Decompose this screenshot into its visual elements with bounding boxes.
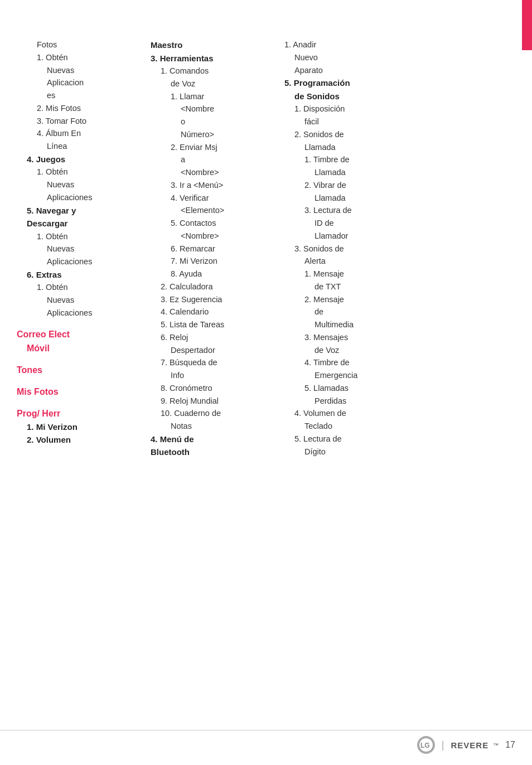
list-item: Móvil [17, 342, 139, 355]
list-item: fácil [284, 116, 413, 128]
list-item: Prog/ Herr [17, 407, 139, 420]
list-item: Perdidas [284, 395, 413, 408]
list-item: Descargar [17, 217, 139, 230]
list-item: de Sonidos [284, 90, 413, 103]
list-item: <Nombre> [151, 167, 273, 179]
list-item: Fotos [17, 39, 139, 51]
list-item: 9. Reloj Mundial [151, 395, 273, 408]
list-item: 4. Volumen de [284, 408, 413, 420]
list-item: Multimedia [284, 319, 413, 331]
list-item: Despertador [151, 345, 273, 357]
list-item: Maestro [151, 39, 273, 52]
list-item: de Voz [284, 345, 413, 357]
list-item: de TXT [284, 281, 413, 293]
list-item: 5. Lista de Tareas [151, 319, 273, 331]
list-item: 3. Mensajes [284, 332, 413, 344]
list-item: Llamada [284, 192, 413, 205]
list-item: <Elemento> [151, 205, 273, 217]
spacer [17, 377, 139, 385]
svg-text:LG: LG [420, 742, 430, 749]
list-item: Info [151, 370, 273, 382]
list-item: 3. Lectura de [284, 205, 413, 217]
list-item: 5. Navegar y [17, 205, 139, 217]
list-item: de [284, 306, 413, 318]
list-item: 1. Mi Verizon [17, 421, 139, 434]
list-item: <Nombre [151, 103, 273, 115]
list-item: Aplicacion [17, 77, 139, 89]
list-item: 3. Sonidos de [284, 243, 413, 255]
list-item: 6. Extras [17, 269, 139, 282]
separator: | [442, 739, 444, 751]
list-item: 6. Reloj [151, 332, 273, 344]
list-item: Alerta [284, 255, 413, 268]
list-item: 4. Calendario [151, 306, 273, 318]
list-item: 5. Llamadas [284, 382, 413, 395]
list-item: a [151, 154, 273, 166]
column-2: Maestro3. Herramientas1. Comandosde Voz1… [151, 39, 273, 459]
list-item: 6. Remarcar [151, 243, 273, 255]
list-item: Línea [17, 141, 139, 153]
column-1: Fotos1. ObténNuevasAplicaciones2. Mis Fo… [17, 39, 139, 459]
lg-logo-icon: LG [417, 736, 435, 754]
list-item: <Nombre> [151, 230, 273, 243]
list-item: Teclado [284, 420, 413, 433]
list-item: Mis Fotos [17, 385, 139, 399]
list-item: 2. Mis Fotos [17, 103, 139, 115]
list-item: 1. Obtén [17, 282, 139, 294]
list-item: 2. Mensaje [284, 294, 413, 306]
list-item: 5. Contactos [151, 217, 273, 230]
list-item: es [17, 90, 139, 102]
list-item: 5. Lectura de [284, 433, 413, 446]
spacer [17, 356, 139, 364]
content-grid: Fotos1. ObténNuevasAplicaciones2. Mis Fo… [17, 22, 515, 459]
list-item: 1. Timbre de [284, 154, 413, 166]
list-item: 5. Programación [284, 77, 413, 90]
list-item: 1. Anadir [284, 39, 413, 51]
list-item: 3. Ir a <Menú> [151, 180, 273, 192]
list-item: 2. Calculadora [151, 281, 273, 293]
list-item: ID de [284, 217, 413, 230]
list-item: 4. Álbum En [17, 128, 139, 140]
column-3: 1. AnadirNuevoAparato5. Programaciónde S… [284, 39, 413, 459]
list-item: 4. Verificar [151, 192, 273, 205]
list-item: Nuevas [17, 65, 139, 77]
trademark-symbol: ™ [493, 742, 499, 748]
list-item: 1. Obtén [17, 231, 139, 243]
list-item: Número> [151, 129, 273, 141]
list-item: Aplicaciones [17, 192, 139, 204]
list-item: Llamador [284, 230, 413, 243]
list-item: 1. Mensaje [284, 268, 413, 280]
list-item: 1. Comandos [151, 65, 273, 78]
list-item: 2. Enviar Msj [151, 142, 273, 154]
list-item: Llamada [284, 167, 413, 179]
list-item: Aparato [284, 65, 413, 77]
list-item: 2. Vibrar de [284, 180, 413, 192]
list-item: 1. Obtén [17, 166, 139, 178]
list-item: 4. Juegos [17, 153, 139, 166]
list-item: Aplicaciones [17, 256, 139, 268]
list-item: Dígito [284, 446, 413, 458]
footer-logo: LG | REVERE ™ [417, 736, 499, 754]
list-item: Correo Elect [17, 328, 139, 341]
list-item: 7. Búsqueda de [151, 357, 273, 369]
footer: LG | REVERE ™ 17 [0, 730, 532, 754]
list-item: 2. Volumen [17, 434, 139, 447]
list-item: 10. Cuaderno de [151, 408, 273, 420]
list-item: 8. Ayuda [151, 268, 273, 280]
list-item: Bluetooth [151, 446, 273, 459]
list-item: 3. Ez Sugerencia [151, 294, 273, 306]
list-item: 7. Mi Verizon [151, 255, 273, 268]
list-item: Emergencia [284, 370, 413, 382]
brand-name: REVERE [451, 740, 489, 750]
list-item: Nuevas [17, 294, 139, 307]
page-container: Fotos1. ObténNuevasAplicaciones2. Mis Fo… [0, 0, 532, 765]
list-item: Nuevas [17, 179, 139, 191]
spacer [17, 399, 139, 407]
list-item: 4. Menú de [151, 433, 273, 446]
list-item: Nuevas [17, 243, 139, 255]
list-item: 1. Disposición [284, 103, 413, 115]
list-item: 8. Cronómetro [151, 382, 273, 395]
accent-bar [522, 0, 532, 50]
list-item: 3. Herramientas [151, 52, 273, 65]
list-item: Aplicaciones [17, 307, 139, 319]
